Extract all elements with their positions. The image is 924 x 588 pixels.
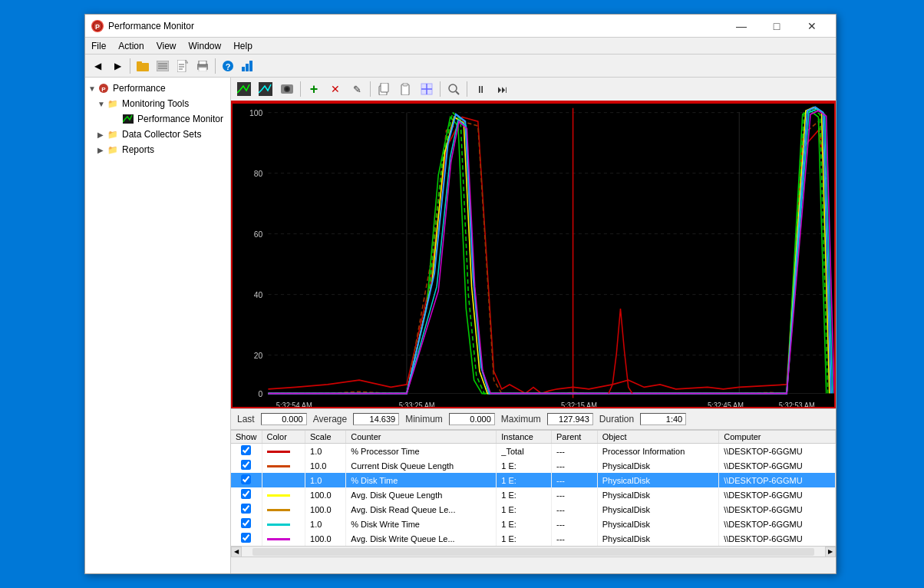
toolbar-forward[interactable]: ▶ (108, 57, 127, 75)
cell-color (262, 444, 305, 459)
cell-value: Avg. Disk Write Queue Le... (346, 531, 497, 546)
chart-btn-edit[interactable]: ✎ (347, 80, 367, 98)
cell-show[interactable] (231, 473, 262, 487)
cell-value: \\DESKTOP-6GGMU (719, 502, 836, 517)
cell-value: PhysicalDisk (597, 473, 718, 487)
col-header-scale: Scale (305, 431, 346, 444)
minimum-value: 0.000 (449, 413, 495, 425)
horizontal-scrollbar[interactable]: ◀ ▶ (231, 546, 836, 557)
chart-btn-2[interactable] (256, 80, 276, 98)
sidebar-item-data-collector[interactable]: ▶ 📁 Data Collector Sets (85, 127, 230, 142)
color-swatch (267, 494, 290, 497)
scroll-track[interactable] (252, 548, 814, 556)
toolbar-list[interactable] (153, 57, 172, 75)
table-row[interactable]: 1.0% Processor Time_Total---Processor In… (231, 444, 836, 459)
menu-help[interactable]: Help (227, 39, 259, 53)
chart-btn-monitor[interactable] (234, 80, 254, 98)
toolbar-chart[interactable] (239, 57, 257, 75)
chart-btn-paste[interactable] (395, 80, 415, 98)
svg-rect-32 (403, 83, 408, 86)
monitoring-tools-icon: 📁 (107, 97, 119, 110)
cell-show[interactable] (231, 444, 262, 459)
chart-btn-copy[interactable] (374, 80, 394, 98)
cell-value: Current Disk Queue Length (346, 458, 497, 473)
cell-show[interactable] (231, 502, 262, 517)
svg-text:5:32:54 AM: 5:32:54 AM (276, 401, 312, 407)
chart-btn-delete[interactable]: ✕ (325, 80, 345, 98)
duration-label: Duration (599, 414, 634, 424)
scroll-right[interactable]: ▶ (825, 547, 836, 557)
svg-text:5:33:25 AM: 5:33:25 AM (399, 401, 435, 407)
cell-value: \\DESKTOP-6GGMU (719, 473, 836, 487)
maximize-button[interactable]: □ (759, 15, 794, 38)
cell-value: --- (552, 531, 598, 546)
cell-show[interactable] (231, 531, 262, 546)
svg-text:5:32:53 AM: 5:32:53 AM (779, 401, 815, 407)
expand-performance[interactable]: ▼ (88, 84, 97, 93)
cell-value: 1 E: (497, 517, 552, 531)
cell-value: 100.0 (305, 502, 346, 517)
chart-btn-zoom[interactable] (444, 80, 464, 98)
toolbar-print[interactable] (193, 57, 212, 75)
cell-value: 10.0 (305, 458, 346, 473)
menu-file[interactable]: File (85, 39, 112, 53)
col-header-parent: Parent (552, 431, 598, 444)
toolbar-help[interactable]: ? (219, 57, 237, 75)
chart-btn-camera[interactable] (277, 80, 297, 98)
status-bar (231, 557, 836, 573)
expand-reports[interactable]: ▶ (97, 146, 107, 154)
chart-toolbar: + ✕ ✎ (231, 78, 836, 102)
cell-show[interactable] (231, 517, 262, 531)
col-header-counter: Counter (346, 431, 497, 444)
svg-rect-20 (249, 61, 252, 71)
expand-monitoring-tools[interactable]: ▼ (97, 100, 107, 108)
table-row[interactable]: 1.0% Disk Time1 E:---PhysicalDisk\\DESKT… (231, 473, 836, 487)
cell-value: 100.0 (305, 487, 346, 502)
cell-value: --- (552, 473, 598, 487)
table-row[interactable]: 1.0% Disk Write Time1 E:---PhysicalDisk\… (231, 517, 836, 531)
sidebar-item-reports[interactable]: ▶ 📁 Reports (85, 142, 230, 157)
table-row[interactable]: 10.0Current Disk Queue Length1 E:---Phys… (231, 458, 836, 473)
chart-btn-freeze[interactable] (417, 80, 437, 98)
close-button[interactable]: ✕ (794, 15, 830, 38)
table-row[interactable]: 100.0Avg. Disk Read Queue Le...1 E:---Ph… (231, 502, 836, 517)
svg-text:20: 20 (254, 351, 262, 361)
toolbar-doc[interactable] (173, 57, 192, 75)
minimize-button[interactable]: — (724, 15, 759, 38)
cell-value: --- (552, 487, 598, 502)
chart-sep-3 (440, 81, 441, 97)
color-swatch (267, 509, 290, 511)
chart-btn-pause[interactable]: ⏸ (470, 80, 490, 98)
svg-marker-9 (186, 60, 188, 63)
scroll-left[interactable]: ◀ (231, 547, 242, 557)
table-row[interactable]: 100.0Avg. Disk Queue Length1 E:---Physic… (231, 487, 836, 502)
menu-window[interactable]: Window (183, 39, 228, 53)
menu-view[interactable]: View (150, 39, 183, 53)
cell-value: % Disk Time (346, 473, 497, 487)
sidebar-item-perf-monitor[interactable]: Performance Monitor (85, 111, 230, 127)
menu-action[interactable]: Action (112, 39, 150, 53)
maximum-value: 127.943 (547, 413, 593, 425)
svg-text:P: P (101, 86, 106, 93)
col-header-show: Show (231, 431, 262, 444)
main-area: ▼ P Performance ▼ 📁 Monitoring Tools (85, 78, 836, 573)
cell-value: PhysicalDisk (597, 502, 718, 517)
svg-rect-30 (381, 83, 388, 92)
cell-value: --- (552, 458, 598, 473)
table-row[interactable]: 100.0Avg. Disk Write Queue Le...1 E:---P… (231, 531, 836, 546)
cell-show[interactable] (231, 487, 262, 502)
toolbar-back[interactable]: ◀ (88, 57, 107, 75)
svg-text:?: ? (226, 62, 231, 71)
toolbar-folder[interactable] (134, 57, 152, 75)
cell-show[interactable] (231, 458, 262, 473)
expand-data-collector[interactable]: ▶ (97, 130, 107, 139)
svg-rect-14 (199, 61, 206, 64)
sidebar-item-performance[interactable]: ▼ P Performance (85, 81, 230, 96)
svg-text:80: 80 (254, 169, 262, 179)
color-swatch (267, 538, 290, 540)
cell-value: 1.0 (305, 517, 346, 531)
chart-btn-add[interactable]: + (304, 80, 324, 98)
chart-btn-next[interactable]: ⏭ (492, 80, 512, 98)
average-label: Average (313, 414, 347, 424)
sidebar-item-monitoring-tools[interactable]: ▼ 📁 Monitoring Tools (85, 96, 230, 111)
